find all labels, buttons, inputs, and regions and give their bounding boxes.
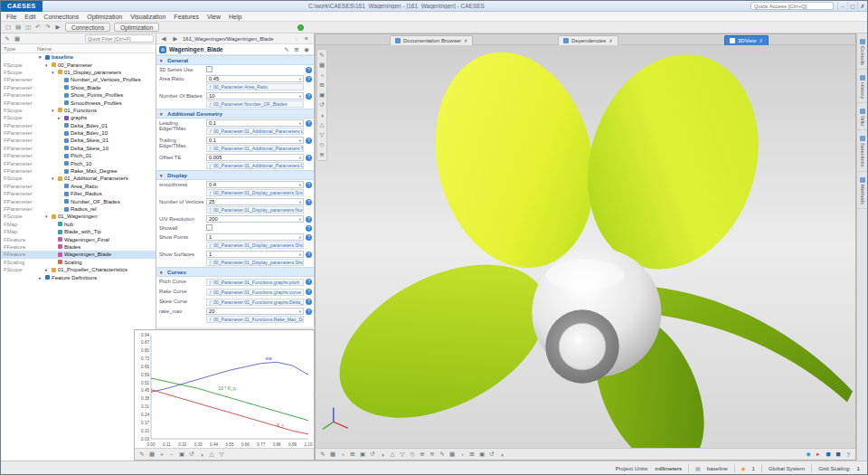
linked-parameter[interactable]: ƒ00_Parameter:Number_OF_Blades (206, 100, 304, 108)
front-view-icon[interactable]: ▣ (317, 90, 326, 100)
tab-close-icon[interactable]: ✗ (760, 38, 763, 43)
section-header-curves[interactable]: ▾Curves (156, 267, 314, 277)
snapshot-icon[interactable]: ▣ (477, 450, 486, 459)
linked-parameter[interactable]: ƒ00_Parameter:01_Functions:graphs:curve (206, 289, 304, 296)
checkbox-3d-series-use[interactable] (206, 66, 212, 72)
definitions-tab-icon[interactable]: ▦ (13, 34, 22, 43)
help-icon[interactable]: ? (306, 138, 312, 144)
front-view-icon[interactable]: ↺ (368, 450, 377, 459)
save-icon[interactable]: ◫ (24, 23, 33, 32)
menu-item-file[interactable]: File (6, 14, 16, 20)
help-icon[interactable]: ? (844, 450, 853, 459)
tree-row[interactable]: FParameterShow_Blade (1, 84, 156, 91)
iso-view-icon[interactable]: ▽ (398, 450, 407, 459)
side-view-icon[interactable]: △ (388, 450, 397, 459)
tree-row[interactable]: FScope▸01_Propeller_Characteristics (1, 266, 156, 273)
side-tab-wiki[interactable]: Wiki (857, 103, 867, 130)
copy-icon[interactable]: ⊞ (292, 45, 301, 54)
tree-row[interactable]: FScope▾00_Parameter (1, 61, 156, 68)
show-grid-icon[interactable]: ✎ (438, 450, 447, 459)
tree-row[interactable]: FScope▾01_Display_parameters (1, 69, 156, 76)
tree-row[interactable]: ▾baseline (1, 53, 156, 61)
tree-row[interactable]: FParameterDelta_Bdev_10 (1, 129, 156, 137)
cursor-icon[interactable]: ✎ (137, 450, 146, 459)
linked-parameter[interactable]: ƒ00_Parameter:01_Display_parameters:Numb… (206, 206, 304, 214)
help-icon[interactable]: ? (306, 234, 312, 241)
zoom-window-icon[interactable]: ▦ (317, 61, 326, 70)
menu-icon[interactable]: ≡ (302, 34, 311, 43)
help-icon[interactable]: ? (306, 120, 312, 127)
help-icon[interactable]: ? (306, 279, 312, 285)
value-input[interactable]: 200▾ (206, 215, 304, 223)
value-input[interactable]: 10▾ (206, 92, 304, 100)
close-button[interactable]: ✗ (857, 2, 867, 11)
propeller-3d-render[interactable] (316, 45, 855, 448)
value-input[interactable]: 0.4▾ (206, 181, 304, 188)
open-folder-icon[interactable]: ▤ (14, 23, 23, 32)
tree-row[interactable]: FParameterPitch_01 (1, 152, 156, 159)
menu-item-help[interactable]: Help (229, 14, 241, 20)
facebook-icon[interactable]: ◼ (834, 450, 843, 459)
minimize-button[interactable]: – (837, 2, 847, 11)
section-header-additional-geometry[interactable]: ▾Additional Geometry (156, 109, 314, 119)
linked-parameter[interactable]: ƒ00_Parameter:01_Display_parameters:Smoo… (206, 189, 304, 196)
baseline-label[interactable]: baseline (707, 465, 728, 471)
zoom-icon[interactable]: ⊞ (348, 450, 357, 459)
copy-plot-icon[interactable]: △ (207, 450, 216, 459)
linked-parameter[interactable]: ƒ00_Parameter:Area_Ratio (206, 83, 304, 90)
nav-forward-icon[interactable]: ▶ (171, 34, 180, 43)
fit-plot-icon[interactable]: ▣ (177, 450, 186, 459)
help-icon[interactable]: ? (306, 252, 312, 258)
help-icon[interactable]: ? (306, 93, 312, 100)
wireframe-mode-icon[interactable]: ≋ (428, 450, 437, 459)
open-water-diagram[interactable]: 0.030.100.170.240.310.380.450.520.590.66… (135, 330, 313, 449)
zoom-in-icon[interactable]: + (157, 450, 166, 459)
select-arrow-icon[interactable]: ✎ (318, 450, 327, 459)
perspective-icon[interactable]: ◇ (408, 450, 417, 459)
tree-row[interactable]: FParameterNumber_OF_Blades (1, 197, 156, 204)
tree-row[interactable]: FFeatureBlades (1, 243, 156, 251)
project-units-value[interactable]: millimeters (656, 465, 683, 471)
optimization-chip[interactable]: Optimization (114, 23, 159, 32)
export-plot-icon[interactable]: ◑ (197, 450, 206, 459)
side-tab-history[interactable]: History (857, 70, 867, 103)
twitter-icon[interactable]: ◆ (804, 450, 813, 459)
tree-row[interactable]: FScope▾01_Functions (1, 107, 156, 114)
tab-close-icon[interactable]: ✗ (609, 38, 612, 43)
help-icon[interactable]: ? (306, 155, 312, 161)
menu-item-optimization[interactable]: Optimization (87, 14, 122, 20)
help-icon[interactable]: ? (306, 199, 312, 205)
help-icon[interactable]: ? (306, 216, 312, 223)
top-view-icon[interactable]: ◑ (317, 110, 326, 119)
menu-item-view[interactable]: View (207, 14, 221, 20)
value-input[interactable]: 0.1▾ (206, 137, 304, 144)
value-input[interactable]: 0.005▾ (206, 154, 304, 161)
edit-icon[interactable]: ✎ (282, 45, 291, 54)
counter-value[interactable]: 1 (751, 465, 754, 471)
viewport-canvas[interactable] (316, 45, 855, 448)
record-icon[interactable]: ↺ (487, 450, 496, 459)
linked-parameter[interactable]: ƒ00_Parameter:01_Additional_Parameters:T… (206, 145, 304, 152)
tree-row[interactable]: FParameterFillet_Radius (1, 190, 156, 197)
column-name[interactable]: Name (37, 46, 52, 52)
checkbox-showall[interactable] (206, 224, 212, 231)
menu-item-features[interactable]: Features (174, 14, 199, 20)
pan-icon[interactable]: ▦ (328, 450, 337, 459)
tree-row[interactable]: FParameterSmoothness_Profiles (1, 99, 156, 106)
shaded-mode-icon[interactable]: ⊕ (418, 450, 427, 459)
coordinate-system-label[interactable]: Global System (769, 465, 805, 471)
side-view-icon[interactable]: ↺ (317, 100, 326, 109)
nav-back-icon[interactable]: ◀ (159, 34, 168, 43)
tree-row[interactable]: FParameterRake_Max_Degree (1, 167, 156, 175)
linked-parameter[interactable]: ƒ00_Parameter:01_Functions:graphs:pitch (206, 279, 304, 286)
shaded-mode-icon[interactable]: ▽ (317, 130, 326, 139)
side-tab-selections[interactable]: Selections (857, 130, 867, 172)
value-input[interactable]: 20▾ (206, 308, 304, 315)
section-header-general[interactable]: ▾General (156, 55, 314, 65)
tree-row[interactable]: FParameterArea_Ratio (1, 183, 156, 190)
linked-parameter[interactable]: ƒ00_Parameter:01_Display_parameters:Show… (206, 242, 304, 249)
rotate-view-icon[interactable]: ⊞ (317, 81, 326, 90)
tree-row[interactable]: FParameterShow_Points_Profiles (1, 91, 156, 99)
undo-icon[interactable]: ↶ (33, 23, 42, 32)
connections-chip[interactable]: Connections (65, 23, 110, 32)
